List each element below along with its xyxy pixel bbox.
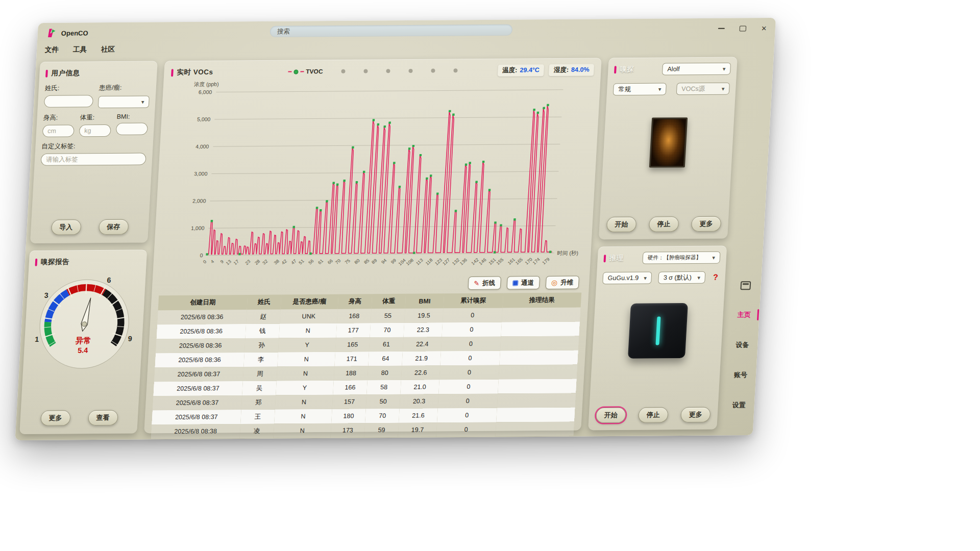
svg-text:4,000: 4,000 <box>195 143 209 149</box>
table-cell <box>496 407 575 422</box>
sniffer-device-select[interactable]: Alolf ▼ <box>662 63 731 76</box>
legend-disabled-dot[interactable] <box>386 69 390 73</box>
legend-disabled-dot[interactable] <box>363 69 368 73</box>
table-cell: 0 <box>443 308 502 323</box>
minimize-button[interactable] <box>717 24 725 33</box>
sigma-select[interactable]: 3 σ (默认) ▼ <box>658 271 705 284</box>
legend-disabled-dot[interactable] <box>453 68 457 72</box>
user-info-title: 用户信息 <box>51 68 80 78</box>
svg-text:23: 23 <box>244 259 251 266</box>
import-button[interactable]: 导入 <box>51 219 81 235</box>
chevron-down-icon: ▼ <box>696 274 701 280</box>
menu-item-file[interactable]: 文件 <box>45 45 59 55</box>
svg-text:146: 146 <box>478 257 487 266</box>
column-header[interactable]: 姓氏 <box>247 295 281 310</box>
svg-text:38: 38 <box>273 259 280 266</box>
humidity-value: 84.0% <box>571 66 590 73</box>
table-cell: 孙 <box>244 338 279 353</box>
svg-text:165: 165 <box>514 257 524 266</box>
model-select[interactable]: GuGu.v1.9 ▼ <box>602 272 652 285</box>
nav-item-account[interactable]: 账号 <box>734 370 748 380</box>
table-cell: 20.3 <box>400 394 438 409</box>
column-header[interactable]: 身高 <box>337 294 372 309</box>
table-cell: N <box>277 352 335 367</box>
svg-text:75: 75 <box>344 258 351 265</box>
search-input[interactable]: 搜索 <box>270 24 512 37</box>
weight-input[interactable] <box>79 124 111 137</box>
table-row[interactable]: 2025/6/8 08:38凌N1735919.70 <box>151 421 575 439</box>
report-view-button[interactable]: 查看 <box>88 410 118 425</box>
svg-text:70: 70 <box>334 258 341 265</box>
height-input[interactable] <box>42 124 75 137</box>
svg-text:0: 0 <box>202 259 207 265</box>
table-cell: 21.0 <box>401 380 439 394</box>
column-header[interactable]: BMI <box>405 293 444 309</box>
channel-button[interactable]: 通道 <box>506 276 540 289</box>
humidity-chip: 湿度: 84.0% <box>549 64 594 76</box>
column-header[interactable]: 推理结果 <box>502 292 581 308</box>
table-cell <box>502 307 581 322</box>
svg-text:47: 47 <box>290 258 298 265</box>
surname-input[interactable] <box>44 95 93 108</box>
hardware-select[interactable]: 硬件：【肿瘤嗅探器】 ▼ <box>642 252 720 264</box>
inference-stop-button[interactable]: 停止 <box>638 407 669 422</box>
column-header[interactable]: 创建日期 <box>158 295 248 310</box>
table-cell: 王 <box>240 410 275 424</box>
menu-item-community[interactable]: 社区 <box>101 45 115 54</box>
inference-more-button[interactable]: 更多 <box>680 407 711 422</box>
column-header[interactable]: 是否患癌/瘤 <box>281 294 338 310</box>
sniffer-more-button[interactable]: 更多 <box>691 216 722 232</box>
sniffer-start-button[interactable]: 开始 <box>606 217 637 232</box>
legend-disabled-dot[interactable] <box>408 69 412 73</box>
temperature-chip: 温度: 29.4°C <box>498 64 545 77</box>
report-more-button[interactable]: 更多 <box>40 410 71 425</box>
table-cell: 50 <box>366 394 401 409</box>
sniffer-stop-button[interactable]: 停止 <box>649 216 679 232</box>
legend-disabled-dot[interactable] <box>431 69 435 73</box>
maximize-button[interactable] <box>738 24 747 32</box>
line-mode-button[interactable]: ✎ 折线 <box>468 277 501 290</box>
vocs-title: 实时 VOCs <box>177 68 213 77</box>
cancer-select[interactable]: ▼ <box>98 95 150 108</box>
sniffer-mode-select[interactable]: 常规 ▼ <box>613 83 667 95</box>
table-cell: 2025/6/8 08:37 <box>153 381 242 396</box>
table-cell: 166 <box>333 380 368 394</box>
column-header[interactable]: 累计嗅探 <box>443 293 503 309</box>
legend-item-tvoc[interactable]: TVOC <box>288 68 323 75</box>
svg-text:5,000: 5,000 <box>197 116 211 122</box>
column-header[interactable]: 体重 <box>372 294 406 309</box>
chevron-down-icon: ▼ <box>722 66 727 71</box>
channel-grid-icon <box>512 280 519 286</box>
table-cell: 2025/6/8 08:37 <box>154 367 243 382</box>
table-cell: 2025/6/8 08:37 <box>152 410 241 424</box>
table-cell: N <box>274 409 332 424</box>
records-table: 创建日期姓氏是否患癌/瘤身高体重BMI累计嗅探推理结果 2025/6/8 08:… <box>151 292 582 439</box>
table-cell: 21.6 <box>399 408 437 423</box>
menu-item-tools[interactable]: 工具 <box>73 45 87 54</box>
inference-start-button[interactable]: 开始 <box>596 408 626 423</box>
close-button[interactable]: × <box>760 24 768 32</box>
svg-text:9: 9 <box>128 335 132 343</box>
table-cell: Y <box>278 338 336 353</box>
svg-text:3: 3 <box>44 291 48 299</box>
sniffer-source-select[interactable]: VOCs源 ▼ <box>676 83 730 95</box>
table-cell: 64 <box>368 352 403 366</box>
table-cell: 0 <box>440 351 500 366</box>
table-cell <box>497 393 576 408</box>
nav-item-settings[interactable]: 设置 <box>732 400 746 410</box>
nav-item-home[interactable]: 主页 <box>737 310 751 319</box>
legend-disabled-dot[interactable] <box>341 69 345 73</box>
table-cell <box>499 350 578 365</box>
svg-text:32: 32 <box>261 259 268 266</box>
tray-icon[interactable] <box>740 281 751 290</box>
tag-input[interactable] <box>40 153 146 165</box>
table-cell: 168 <box>337 309 372 323</box>
nav-item-devices[interactable]: 设备 <box>736 340 749 349</box>
table-cell: N <box>275 395 333 410</box>
bmi-input[interactable] <box>116 122 148 135</box>
svg-text:56: 56 <box>307 258 314 265</box>
updim-button[interactable]: ◎ 升维 <box>545 276 579 289</box>
help-icon[interactable]: ? <box>712 273 719 282</box>
save-button[interactable]: 保存 <box>98 219 129 235</box>
table-cell: N <box>279 323 337 338</box>
